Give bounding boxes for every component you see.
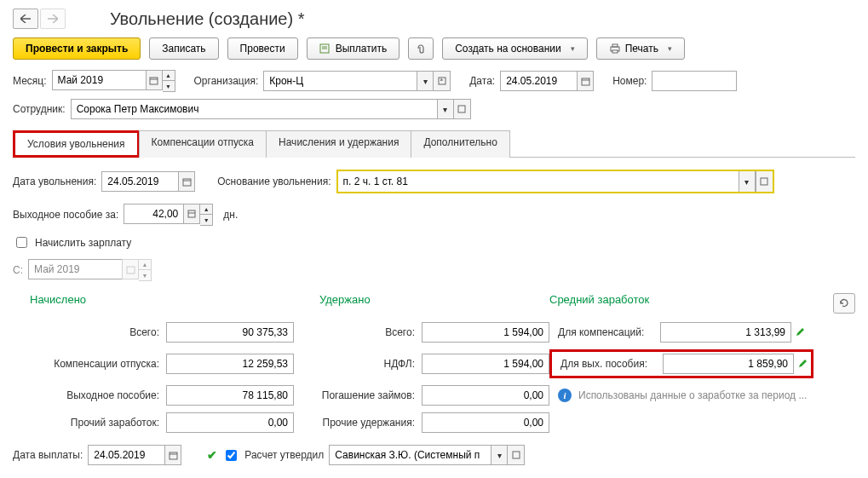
dismissal-date-input[interactable] <box>101 171 178 192</box>
edit-avg-sev-button[interactable] <box>797 359 808 369</box>
create-based-button[interactable]: Создать на основании <box>442 37 588 60</box>
accrued-other-input[interactable] <box>166 412 294 433</box>
pencil-icon <box>795 327 805 337</box>
number-label: Номер: <box>612 75 647 87</box>
basis-open-button[interactable] <box>756 171 773 192</box>
svg-rect-12 <box>183 179 191 186</box>
pay-button-label: Выплатить <box>336 43 388 55</box>
approver-input[interactable] <box>329 445 491 465</box>
avg-header: Средний заработок <box>549 293 833 314</box>
svg-rect-9 <box>582 78 589 85</box>
month-input[interactable] <box>52 70 146 90</box>
basis-input[interactable] <box>338 171 739 192</box>
accrue-salary-label: Начислить зарплату <box>35 237 131 249</box>
checkmark-icon: ✔ <box>207 448 217 462</box>
svg-rect-20 <box>513 452 520 458</box>
employee-input[interactable] <box>71 99 437 119</box>
svg-rect-4 <box>612 44 618 47</box>
spinner-down-icon[interactable]: ▼ <box>200 215 212 225</box>
employee-label: Сотрудник: <box>13 103 66 115</box>
withheld-header: Удержано <box>294 293 549 314</box>
accrued-comp-input[interactable] <box>166 354 294 374</box>
nav-back-button[interactable] <box>13 9 38 29</box>
accrue-salary-checkbox[interactable] <box>16 237 27 248</box>
employee-open-button[interactable] <box>454 99 471 119</box>
withheld-total-input[interactable] <box>422 322 549 343</box>
withheld-ndfl-input[interactable] <box>422 354 549 374</box>
month-spinner[interactable]: ▲ ▼ <box>163 70 175 92</box>
open-icon <box>438 77 446 85</box>
tab-additional[interactable]: Дополнительно <box>411 130 509 158</box>
basis-dropdown-button[interactable]: ▾ <box>739 171 756 192</box>
org-open-button[interactable] <box>434 71 451 91</box>
edit-avg-comp-button[interactable] <box>795 327 805 337</box>
approved-checkbox[interactable] <box>226 450 237 461</box>
open-icon <box>760 177 768 186</box>
paydate-input[interactable] <box>88 445 164 465</box>
refresh-button[interactable] <box>833 293 855 314</box>
from-month-input <box>28 259 122 279</box>
submit-button[interactable]: Провести <box>227 37 298 60</box>
severance-calc-button[interactable] <box>183 204 200 224</box>
withheld-other-input[interactable] <box>422 412 549 433</box>
from-label: С: <box>13 264 23 276</box>
month-label: Месяц: <box>13 75 47 87</box>
basis-label: Основание увольнения: <box>217 176 331 187</box>
dismissal-date-calendar-button[interactable] <box>178 171 195 192</box>
attach-button[interactable] <box>408 37 434 60</box>
refresh-icon <box>838 297 850 309</box>
withheld-loan-input[interactable] <box>422 385 549 406</box>
approver-dropdown-button[interactable]: ▾ <box>491 445 508 465</box>
date-label: Дата: <box>469 75 495 87</box>
accrued-comp-label: Компенсации отпуска: <box>13 358 166 370</box>
spinner-up-icon[interactable]: ▲ <box>200 204 212 215</box>
svg-rect-17 <box>127 267 135 274</box>
org-dropdown-button[interactable]: ▾ <box>417 71 434 91</box>
arrow-left-icon <box>20 14 31 23</box>
spinner-up-icon[interactable]: ▲ <box>163 71 175 81</box>
avg-sev-input[interactable] <box>663 354 794 374</box>
from-calendar-button <box>122 259 139 279</box>
accrued-sev-input[interactable] <box>166 385 294 406</box>
spinner-down-icon[interactable]: ▼ <box>163 81 175 91</box>
severance-days-input[interactable] <box>124 204 183 224</box>
svg-rect-5 <box>612 50 618 53</box>
accrued-total-input[interactable] <box>166 322 294 343</box>
svg-rect-14 <box>761 178 767 185</box>
pencil-icon <box>797 359 808 369</box>
employee-dropdown-button[interactable]: ▾ <box>437 99 454 119</box>
accrued-other-label: Прочий заработок: <box>13 417 166 429</box>
svg-rect-18 <box>170 452 177 459</box>
date-calendar-button[interactable] <box>577 71 594 91</box>
withheld-other-label: Прочие удержания: <box>294 417 422 429</box>
tab-compensations[interactable]: Компенсации отпуска <box>139 130 267 158</box>
avg-info-text: Использованы данные о заработке за перио… <box>578 389 807 401</box>
print-button[interactable]: Печать <box>596 37 685 60</box>
pay-button[interactable]: Выплатить <box>307 37 400 60</box>
calendar-icon <box>149 76 158 85</box>
calendar-icon <box>182 177 192 187</box>
org-input[interactable] <box>263 71 417 91</box>
month-calendar-button[interactable] <box>146 70 163 90</box>
open-icon <box>457 105 466 113</box>
withheld-ndfl-label: НДФЛ: <box>294 358 422 370</box>
severance-label: Выходное пособие за: <box>13 209 118 221</box>
avg-comp-input[interactable] <box>660 322 791 343</box>
calculator-icon <box>187 210 196 218</box>
save-button[interactable]: Записать <box>149 37 218 60</box>
avg-comp-label: Для компенсаций: <box>549 326 660 338</box>
printer-icon <box>609 43 621 54</box>
info-icon: i <box>558 389 572 402</box>
page-title: Увольнение (создание) * <box>110 9 304 29</box>
paydate-calendar-button[interactable] <box>164 445 181 465</box>
tab-conditions[interactable]: Условия увольнения <box>13 130 140 158</box>
svg-rect-15 <box>188 210 195 217</box>
submit-and-close-button[interactable]: Провести и закрыть <box>13 37 141 60</box>
tab-accruals[interactable]: Начисления и удержания <box>266 130 411 158</box>
date-input[interactable] <box>500 71 577 91</box>
open-icon <box>512 451 520 459</box>
approver-open-button[interactable] <box>508 445 525 465</box>
number-input[interactable] <box>652 71 737 91</box>
severance-spinner[interactable]: ▲ ▼ <box>200 204 213 226</box>
accrued-sev-label: Выходное пособие: <box>13 389 166 401</box>
